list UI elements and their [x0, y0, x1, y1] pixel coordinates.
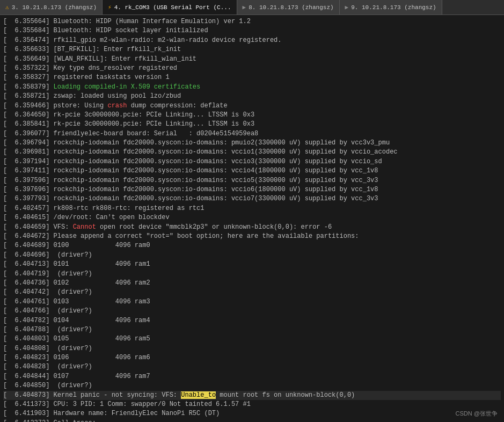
log-line: [ 6.385841] rk-pcie 3c0000000.pcie: PCIe…: [3, 120, 501, 129]
log-line: [ 6.358721] zswap: loaded using pool lzo…: [3, 92, 501, 101]
log-line: [ 6.404672] Please append a correct "roo…: [3, 232, 501, 241]
log-line: [ 6.404719] (driver?): [3, 270, 501, 279]
log-line: [ 6.404736] 0102 4096 ram2: [3, 279, 501, 288]
log-line: [ 6.404615] /dev/root: Can't open blockd…: [3, 213, 501, 222]
log-line: [ 6.356474] rfkill_gpio m2-wlan-radio: m…: [3, 36, 501, 45]
log-line: [ 6.404689] 0100 4096 ram0: [3, 241, 501, 250]
log-line: [ 6.411373] CPU: 3 PID: 1 Comm: swapper/…: [3, 400, 501, 409]
log-line: [ 6.356633] [BT_RFKILL]: Enter rfkill_rk…: [3, 45, 501, 54]
tab-3-label: 8. 10.21.8.173 (zhangsz): [249, 4, 333, 11]
watermark: CSDN @张世争: [456, 410, 498, 418]
log-line: [ 6.357322] Key type dns_resolver regist…: [3, 64, 501, 73]
tab-2-icon: ⚡: [108, 4, 112, 11]
tab-bar: ⚠ 3. 10.21.8.173 (zhangsz) ⚡ 4. rk_COM3 …: [0, 0, 504, 15]
tab-3-icon: ▶: [243, 4, 246, 11]
log-line: [ 6.397793] rockchip-iodomain fdc20000.s…: [3, 194, 501, 203]
log-line: [ 6.404761] 0103 4096 ram3: [3, 297, 501, 307]
log-line: [ 6.397596] rockchip-iodomain fdc20000.s…: [3, 176, 501, 185]
log-line: [ 6.412372] Call trace:: [3, 419, 501, 422]
log-line: [ 6.404742] (driver?): [3, 288, 501, 297]
log-line: [ 6.404808] (driver?): [3, 344, 501, 353]
log-line: [ 6.358379] Loading compiled-in X.509 ce…: [3, 83, 501, 92]
tab-2-label: 4. rk_COM3 (USB Serial Port (C...: [114, 4, 231, 11]
log-line: [ 6.404823] 0106 4096 ram6: [3, 353, 501, 362]
log-line: [ 6.404766] (driver?): [3, 307, 501, 316]
log-line: [ 6.404850] (driver?): [3, 381, 501, 390]
log-line: [ 6.397696] rockchip-iodomain fdc20000.s…: [3, 185, 501, 194]
log-line: [ 6.356649] [WLAN_RFKILL]: Enter rfkill_…: [3, 55, 501, 64]
tab-2[interactable]: ⚡ 4. rk_COM3 (USB Serial Port (C...: [103, 0, 237, 14]
log-line: [ 6.402457] rk808-rtc rk808-rtc: registe…: [3, 204, 501, 213]
log-line: [ 6.404788] (driver?): [3, 325, 501, 334]
log-line: [ 6.404803] 0105 4096 ram5: [3, 334, 501, 344]
terminal-output: [ 6.355664] Bluetooth: HIDP (Human Inter…: [0, 15, 504, 422]
log-line: [ 6.355684] Bluetooth: HIDP socket layer…: [3, 26, 501, 35]
log-line-kernel-panic: [ 6.404873] Kernel panic - not syncing: …: [3, 391, 501, 400]
tab-1[interactable]: ⚠ 3. 10.21.8.173 (zhangsz): [0, 0, 103, 14]
log-line: [ 6.397194] rockchip-iodomain fdc20000.s…: [3, 157, 501, 166]
log-line: [ 6.364650] rk-pcie 3c0000000.pcie: PCIe…: [3, 111, 501, 120]
log-line: [ 6.404713] 0101 4096 ram1: [3, 260, 501, 269]
tab-1-icon: ⚠: [5, 4, 9, 11]
log-line: [ 6.404696] (driver?): [3, 251, 501, 260]
log-line: [ 6.396981] rockchip-iodomain fdc20000.s…: [3, 148, 501, 157]
log-line: [ 6.404828] (driver?): [3, 362, 501, 372]
log-line: [ 6.358327] registered taskstats version…: [3, 73, 501, 82]
log-line-vfs-error: [ 6.404659] VFS: Cannot open root device…: [3, 223, 501, 232]
tab-4-label: 9. 10.21.8.173 (zhangsz): [351, 4, 436, 11]
log-line: [ 6.404782] 0104 4096 ram4: [3, 316, 501, 325]
tab-4[interactable]: ▶ 9. 10.21.8.173 (zhangsz): [340, 0, 442, 14]
tab-3[interactable]: ▶ 8. 10.21.8.173 (zhangsz): [237, 0, 340, 14]
log-line: [ 6.359466] pstore: Using crash dump com…: [3, 101, 501, 111]
tab-4-icon: ▶: [345, 4, 349, 11]
tab-1-label: 3. 10.21.8.173 (zhangsz): [12, 4, 97, 11]
log-line: [ 6.411903] Hardware name: FriendlyElec …: [3, 409, 501, 418]
log-line: [ 6.397411] rockchip-iodomain fdc20000.s…: [3, 166, 501, 176]
log-line: [ 6.396794] rockchip-iodomain fdc20000.s…: [3, 139, 501, 148]
log-line: [ 6.404844] 0107 4096 ram7: [3, 372, 501, 381]
log-line: [ 6.396077] friendlyelec-board board: Se…: [3, 129, 501, 139]
log-line: [ 6.355664] Bluetooth: HIDP (Human Inter…: [3, 17, 501, 26]
